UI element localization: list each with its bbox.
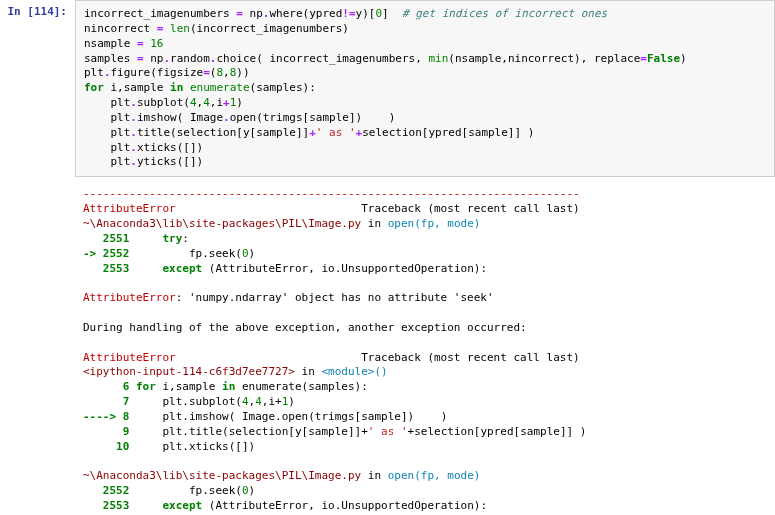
- lineno: 2552: [83, 484, 129, 497]
- file-path: ~\Anaconda3\lib\site-packages\PIL\Image.…: [83, 217, 361, 230]
- file-path: ~\Anaconda3\lib\site-packages\PIL\Image.…: [83, 469, 361, 482]
- error-type: AttributeError: [83, 351, 176, 364]
- file-path: <ipython-input-114-c6f3d7ee7727>: [83, 365, 295, 378]
- error-msg: : 'numpy.ndarray' object has no attribut…: [176, 291, 494, 304]
- code-input[interactable]: incorrect_imagenumbers = np.where(ypred!…: [75, 0, 775, 177]
- output-prompt-spacer: [0, 179, 75, 515]
- lineno: 2551: [83, 232, 129, 245]
- lineno: 2553: [83, 499, 129, 512]
- traceback-output: ----------------------------------------…: [75, 179, 775, 515]
- lineno: 6: [83, 380, 129, 393]
- input-prompt: In [114]:: [7, 5, 67, 18]
- dash-line: ----------------------------------------…: [83, 187, 580, 200]
- prompt-area: In [114]:: [0, 0, 75, 177]
- lineno: 7: [83, 395, 129, 408]
- during-msg: During handling of the above exception, …: [83, 321, 527, 334]
- arrow-lineno: ----> 8: [83, 410, 129, 423]
- lineno: 9: [83, 425, 129, 438]
- lineno: 2553: [83, 262, 129, 275]
- output-cell: ----------------------------------------…: [0, 179, 775, 515]
- code-cell: In [114]: incorrect_imagenumbers = np.wh…: [0, 0, 775, 177]
- error-type: AttributeError: [83, 291, 176, 304]
- lineno: 10: [83, 440, 129, 453]
- error-type: AttributeError: [83, 202, 176, 215]
- arrow-lineno: -> 2552: [83, 247, 129, 260]
